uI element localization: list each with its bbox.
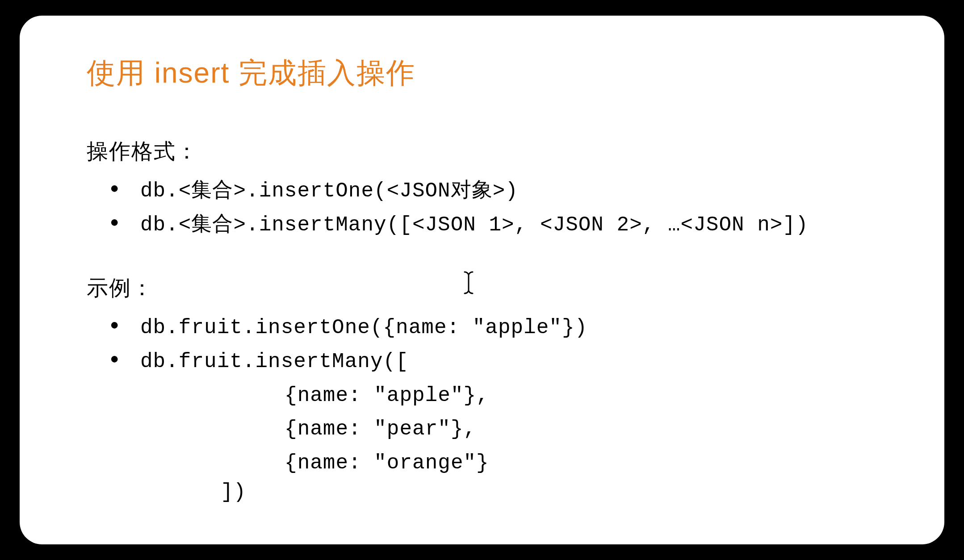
example-item-1: db.fruit.insertOne({name: "apple"}) xyxy=(87,311,886,345)
example-code-line-2: {name: "pear"}, xyxy=(87,413,886,447)
slide-title: 使用 insert 完成插入操作 xyxy=(87,54,886,92)
format-list: db.<集合>.insertOne(<JSON对象>) db.<集合>.inse… xyxy=(87,175,886,242)
example-closing: ]) xyxy=(87,481,886,504)
example-code-line-1: {name: "apple"}, xyxy=(87,379,886,413)
format-item-1: db.<集合>.insertOne(<JSON对象>) xyxy=(87,175,886,209)
format-item-2: db.<集合>.insertMany([<JSON 1>, <JSON 2>, … xyxy=(87,209,886,242)
example-list: db.fruit.insertOne({name: "apple"}) db.f… xyxy=(87,311,886,379)
format-section-label: 操作格式： xyxy=(87,137,886,166)
example-code-line-3: {name: "orange"} xyxy=(87,447,886,481)
slide-container: 使用 insert 完成插入操作 操作格式： db.<集合>.insertOne… xyxy=(20,16,944,544)
example-item-2: db.fruit.insertMany([ xyxy=(87,345,886,379)
text-cursor-icon xyxy=(462,270,475,301)
example-section-label: 示例： xyxy=(87,274,886,302)
